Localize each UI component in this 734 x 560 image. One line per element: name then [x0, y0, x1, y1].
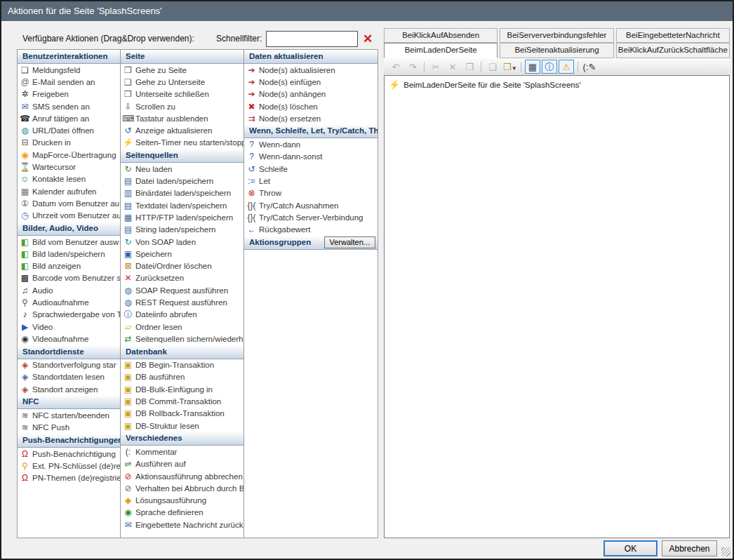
- action-item[interactable]: ▥Binärdatei laden/speichern: [121, 187, 243, 199]
- action-item[interactable]: ▣DB Commit-Transaktion: [121, 395, 243, 407]
- action-item[interactable]: ⇉Node(s) ersetzen: [244, 112, 378, 124]
- action-item[interactable]: ◈Standort anzeigen: [18, 383, 120, 395]
- action-item[interactable]: ?Wenn-dann-sonst: [244, 151, 378, 163]
- action-item[interactable]: ⊘Aktionsausführung abbrechen: [121, 470, 243, 482]
- action-item[interactable]: ↺Anzeige aktualisieren: [121, 124, 243, 136]
- action-item[interactable]: ▦Kalender aufrufen: [18, 185, 120, 197]
- action-item[interactable]: ◍REST Request ausführen: [121, 296, 243, 308]
- action-item[interactable]: ⌛Wartecursor: [18, 161, 120, 173]
- grid-toggle-icon[interactable]: ▦: [525, 60, 540, 74]
- action-item[interactable]: ⚡Seiten-Timer neu starten/stopp: [121, 137, 243, 149]
- action-item[interactable]: ▣DB Rollback-Transaktion: [121, 408, 243, 420]
- action-item[interactable]: ▣DB Begin-Transaktion: [121, 359, 243, 371]
- action-item[interactable]: ≋NFC Push: [18, 422, 120, 434]
- paste-special-icon[interactable]: ❒▾: [502, 60, 517, 74]
- action-item[interactable]: ◉MapForce-Übertragung: [18, 149, 120, 161]
- action-item[interactable]: ➔Node(s) anhängen: [244, 88, 378, 100]
- action-item[interactable]: ✉SMS senden an: [18, 100, 120, 112]
- action-item[interactable]: {}(Try/Catch Server-Verbindung: [244, 211, 378, 223]
- action-item[interactable]: ①Datum vom Benutzer au: [18, 197, 120, 209]
- action-item[interactable]: ◈Standortverfolgung star: [18, 359, 120, 371]
- action-item[interactable]: (:Kommentar: [121, 446, 243, 458]
- tab-BeiSeitenaktualisierung[interactable]: BeiSeitenaktualisierung: [500, 43, 613, 58]
- action-item[interactable]: ▣Speichern: [121, 248, 243, 260]
- action-item[interactable]: ▤String laden/speichern: [121, 224, 243, 236]
- ok-button[interactable]: OK: [603, 540, 658, 556]
- action-item[interactable]: ➔Node(s) aktualisieren: [244, 64, 378, 76]
- action-item[interactable]: ▤Datei laden/speichern: [121, 175, 243, 187]
- action-item[interactable]: ▣DB ausführen: [121, 371, 243, 383]
- action-item[interactable]: ↺Schleife: [244, 163, 378, 175]
- action-item[interactable]: ⊟Drucken in: [18, 137, 120, 149]
- action-item[interactable]: {}(Try/Catch Ausnahmen: [244, 199, 378, 211]
- quick-filter-input[interactable]: [266, 31, 358, 47]
- action-item[interactable]: ↻Neu laden: [121, 163, 243, 175]
- action-item[interactable]: ⚲Ext. PN-Schlüssel (de)reg: [18, 460, 120, 472]
- action-item[interactable]: ◧Bild anzeigen: [18, 260, 120, 272]
- action-item[interactable]: ◧Bild laden/speichern: [18, 248, 120, 260]
- action-item[interactable]: ❑Gehe zu Unterseite: [121, 76, 243, 88]
- action-item[interactable]: ♫Audio: [18, 284, 120, 296]
- paste-icon[interactable]: ❑: [485, 60, 500, 74]
- action-item[interactable]: ▣DB-Struktur lesen: [121, 420, 243, 432]
- action-item[interactable]: ◉Sprache definieren: [121, 507, 243, 519]
- action-item[interactable]: ◈Standortdaten lesen: [18, 371, 120, 383]
- action-item[interactable]: @E-Mail senden an: [18, 76, 120, 88]
- action-item[interactable]: ⚲Audioaufnahme: [18, 296, 120, 308]
- action-item[interactable]: ✖Node(s) löschen: [244, 100, 378, 112]
- action-item[interactable]: ◍URL/Datei öffnen: [18, 124, 120, 136]
- cancel-button[interactable]: Abbrechen: [662, 540, 717, 556]
- action-item[interactable]: ◉Videoaufnahme: [18, 333, 120, 345]
- action-item[interactable]: ▦HTTP/FTP laden/speichern: [121, 211, 243, 223]
- action-item[interactable]: ▩Barcode vom Benutzer s: [18, 272, 120, 284]
- event-actions-area[interactable]: ⚡BeimLadenDerSeite für die Seite 'Splash…: [384, 75, 730, 538]
- redo-icon[interactable]: ↷: [405, 60, 420, 74]
- tab-BeiKlickAufZurückSchaltfläche[interactable]: BeiKlickAufZurückSchaltfläche: [616, 43, 730, 58]
- action-item[interactable]: ⇩Scrollen zu: [121, 100, 243, 112]
- action-item[interactable]: ⌨Tastatur ausblenden: [121, 112, 243, 124]
- action-item[interactable]: ♪Sprachwiedergabe von T: [18, 309, 120, 321]
- action-item[interactable]: ▱Ordner lesen: [121, 321, 243, 333]
- action-item[interactable]: ❐Gehe zu Seite: [121, 64, 243, 76]
- action-item[interactable]: ▶Video: [18, 321, 120, 333]
- tab-BeimLadenDerSeite[interactable]: BeimLadenDerSeite: [384, 43, 498, 58]
- delete-icon[interactable]: ✕: [445, 60, 460, 74]
- action-item[interactable]: ⇌Ausführen auf: [121, 458, 243, 470]
- action-item[interactable]: ΩPN-Themen (de)registrier: [18, 472, 120, 484]
- manage-groups-button[interactable]: Verwalten...: [324, 236, 375, 248]
- action-item[interactable]: ΩPush-Benachrichtigung: [18, 448, 120, 460]
- action-item[interactable]: ▣DB-Bulk-Einfügung in: [121, 383, 243, 395]
- tab-BeiKlickAufAbsenden[interactable]: BeiKlickAufAbsenden: [384, 28, 498, 43]
- action-item[interactable]: ☎Anruf tätigen an: [18, 112, 120, 124]
- action-item[interactable]: ➔Node(s) einfügen: [244, 76, 378, 88]
- action-item[interactable]: ✉Eingebettete Nachricht zurück: [121, 519, 243, 531]
- action-item[interactable]: ⊘Verhalten bei Abbruch durch B: [121, 482, 243, 494]
- action-item[interactable]: ❏Meldungsfeld: [18, 64, 120, 76]
- action-item[interactable]: ◧Bild vom Benutzer ausw: [18, 236, 120, 248]
- action-item[interactable]: ⇄Seitenquellen sichern/wiederh: [121, 333, 243, 345]
- copy-icon[interactable]: ❐: [462, 60, 477, 74]
- tab-BeiSerververbindungsfehler[interactable]: BeiSerververbindungsfehler: [500, 28, 613, 43]
- comment-tool-icon[interactable]: (:✎: [582, 60, 597, 74]
- action-item[interactable]: ?Wenn-dann: [244, 138, 378, 150]
- titlebar[interactable]: Aktionen für die Seite 'SplashScreens': [1, 1, 733, 21]
- cut-icon[interactable]: ✂: [428, 60, 443, 74]
- action-item[interactable]: ◍SOAP Request ausführen: [121, 284, 243, 296]
- action-item[interactable]: ✕Zurücksetzen: [121, 272, 243, 284]
- action-item[interactable]: ▤Textdatei laden/speichern: [121, 199, 243, 211]
- undo-icon[interactable]: ↶: [388, 60, 403, 74]
- action-item[interactable]: ⊗Throw: [244, 187, 378, 199]
- action-item[interactable]: ⊠Datei/Ordner löschen: [121, 260, 243, 272]
- action-item[interactable]: ↻Von SOAP laden: [121, 236, 243, 248]
- action-item[interactable]: ⓘDateiinfo abrufen: [121, 309, 243, 321]
- action-item[interactable]: :=Let: [244, 175, 378, 187]
- warning-toggle-icon[interactable]: ⚠: [559, 60, 574, 74]
- resize-grip[interactable]: [721, 547, 730, 556]
- info-toggle-icon[interactable]: ⓘ: [542, 60, 557, 74]
- action-item[interactable]: ◆Lösungsausführung: [121, 495, 243, 507]
- action-item[interactable]: ✲Freigeben: [18, 88, 120, 100]
- clear-filter-icon[interactable]: ✕: [360, 31, 375, 47]
- action-item[interactable]: ◷Uhrzeit vom Benutzer au: [18, 210, 120, 222]
- action-item[interactable]: ≋NFC starten/beenden: [18, 409, 120, 421]
- tab-BeiEingebetteterNachricht[interactable]: BeiEingebetteterNachricht: [616, 28, 730, 43]
